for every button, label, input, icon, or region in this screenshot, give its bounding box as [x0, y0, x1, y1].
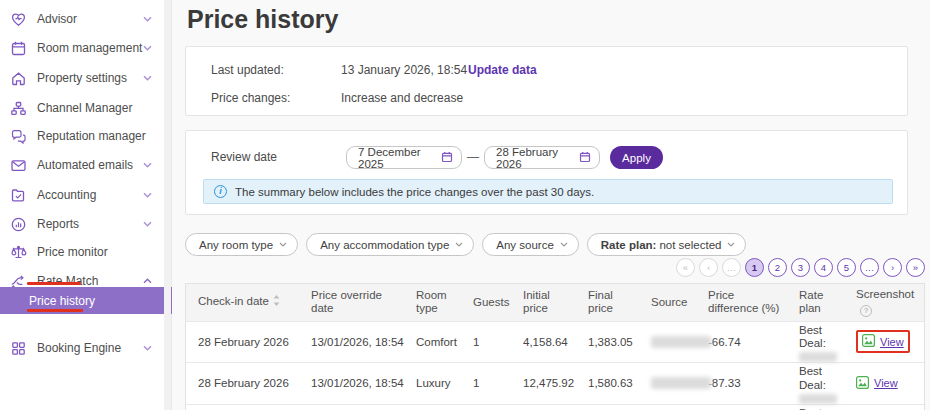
source-filter-label: Any source	[496, 239, 554, 251]
view-link[interactable]: View	[880, 336, 904, 348]
sidebar-item-label: Rate Match	[37, 274, 98, 288]
help-icon[interactable]: ?	[860, 305, 872, 317]
pagination: « ‹ … 1 2 3 4 5 … › »	[676, 258, 925, 277]
chevron-down-icon	[143, 345, 152, 351]
page-2-button[interactable]: 2	[768, 258, 787, 277]
header-check-in-date[interactable]: Check-in date	[186, 284, 299, 321]
table-row: 28 February 2026 13/01/2026, 18:54 Luxur…	[186, 363, 924, 405]
info-banner: i The summary below includes the price c…	[203, 179, 893, 204]
sidebar-item-room-management[interactable]: Room management	[0, 37, 165, 59]
sidebar-scrollbar[interactable]	[164, 0, 171, 410]
cell-source-redacted	[639, 404, 696, 410]
sort-icon[interactable]	[273, 295, 280, 309]
redacted-rate-plan	[799, 394, 837, 404]
cell-room: Comfort	[404, 404, 461, 410]
page-5-button[interactable]: 5	[837, 258, 856, 277]
sidebar-item-channel-manager[interactable]: Channel Manager	[0, 97, 165, 119]
page-prev-button[interactable]: ‹	[699, 258, 718, 277]
sidebar: Advisor Room management Property setting…	[0, 0, 172, 410]
calendar-icon	[441, 151, 453, 165]
cell-initial: 4,158.64	[511, 321, 576, 363]
cell-final: 1,383.05	[576, 404, 639, 410]
mail-icon	[10, 157, 27, 174]
sidebar-item-price-monitor[interactable]: Price monitor	[0, 241, 165, 263]
sidebar-item-price-history-selected[interactable]: Price history	[0, 287, 172, 314]
header-rate-plan: Rate plan	[787, 284, 844, 321]
sidebar-item-label: Channel Manager	[37, 101, 132, 115]
page-4-button[interactable]: 4	[814, 258, 833, 277]
home-icon	[10, 70, 27, 87]
cell-screenshot: View	[844, 404, 924, 410]
source-filter[interactable]: Any source	[482, 233, 579, 256]
calendar-icon	[579, 151, 591, 165]
sidebar-item-reputation-manager[interactable]: Reputation manager	[0, 125, 165, 147]
app-window: Advisor Room management Property setting…	[0, 0, 930, 410]
chevron-down-icon	[727, 242, 735, 247]
table-row: 28 February 2026 13/01/2026, 18:54 Comfo…	[186, 404, 924, 410]
cell-initial: 12,475.92	[511, 363, 576, 405]
grid-icon	[10, 340, 27, 357]
sidebar-item-reports[interactable]: Reports	[0, 213, 165, 235]
view-wrap: View	[856, 376, 898, 391]
sidebar-item-automated-emails[interactable]: Automated emails	[0, 154, 165, 176]
sidebar-item-label: Price monitor	[37, 245, 108, 259]
sidebar-item-label: Booking Engine	[37, 341, 121, 355]
annotation-underline-rate-match	[27, 282, 81, 285]
table-row: 28 February 2026 13/01/2026, 18:54 Comfo…	[186, 321, 924, 363]
view-link[interactable]: View	[874, 377, 898, 389]
redacted-source	[651, 336, 711, 348]
cell-rate-plan: Best Deal:	[787, 404, 844, 410]
page-title: Price history	[187, 5, 338, 34]
chevron-up-icon	[143, 278, 152, 284]
page-3-button[interactable]: 3	[791, 258, 810, 277]
page-last-button[interactable]: »	[906, 258, 925, 277]
info-icon: i	[214, 185, 227, 198]
cell-check-in: 28 February 2026	[186, 321, 299, 363]
sidebar-item-label: Advisor	[37, 12, 77, 26]
header-initial-price: Initial price	[511, 284, 576, 321]
chevron-down-icon	[455, 242, 463, 247]
cell-source-redacted	[639, 363, 696, 405]
sidebar-item-label: Reports	[37, 217, 79, 231]
date-to-input[interactable]: 28 February 2026	[484, 146, 600, 169]
page-first-button[interactable]: «	[676, 258, 695, 277]
sidebar-item-label: Room management	[37, 41, 142, 55]
page-ellipsis-left: …	[722, 258, 741, 277]
header-price-override-date: Price override date	[299, 284, 404, 321]
advisor-icon	[10, 11, 27, 28]
price-changes-label: Price changes:	[211, 91, 341, 105]
update-data-link[interactable]: Update data	[468, 63, 537, 77]
sidebar-item-advisor[interactable]: Advisor	[0, 8, 165, 30]
page-1-button[interactable]: 1	[745, 258, 764, 277]
info-banner-text: The summary below includes the price cha…	[235, 186, 594, 198]
price-history-table: Check-in date Price override date Room t…	[185, 283, 925, 410]
sidebar-item-booking-engine[interactable]: Booking Engine	[0, 337, 165, 359]
header-final-price: Final price	[576, 284, 639, 321]
chat-bubbles-icon	[10, 128, 27, 145]
rate-plan-filter[interactable]: Rate plan: not selected	[587, 233, 747, 256]
rate-plan-filter-value: not selected	[659, 239, 721, 251]
cell-screenshot: View	[844, 363, 924, 405]
sidebar-item-property-settings[interactable]: Property settings	[0, 67, 165, 89]
annotation-underline-price-history	[27, 309, 83, 312]
accommodation-type-filter[interactable]: Any accommodation type	[306, 233, 474, 256]
date-from-input[interactable]: 7 December 2025	[346, 146, 462, 169]
cell-room: Luxury	[404, 363, 461, 405]
image-icon	[862, 334, 875, 349]
cell-room: Comfort	[404, 321, 461, 363]
header-price-difference: Price difference (%)	[696, 284, 787, 321]
room-type-filter[interactable]: Any room type	[185, 233, 298, 256]
chevron-down-icon	[143, 45, 152, 51]
last-updated-label: Last updated:	[211, 63, 341, 77]
redacted-rate-plan	[799, 352, 837, 362]
page-next-button[interactable]: ›	[883, 258, 902, 277]
sidebar-item-accounting[interactable]: Accounting	[0, 184, 165, 206]
last-updated-value: 13 January 2026, 18:54	[341, 63, 468, 77]
apply-button[interactable]: Apply	[610, 146, 663, 169]
cell-final: 1,580.63	[576, 363, 639, 405]
clipboard-check-icon	[10, 187, 27, 204]
date-from-value: 7 December 2025	[358, 146, 441, 170]
cell-initial: 6,237.96	[511, 404, 576, 410]
sidebar-item-label: Automated emails	[37, 158, 133, 172]
cell-rate-plan: Best Deal:	[787, 363, 844, 405]
